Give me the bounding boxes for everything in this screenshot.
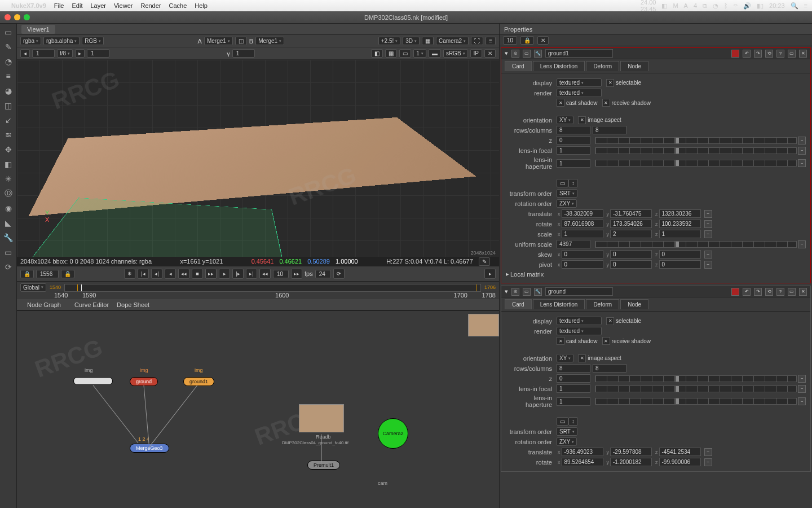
- orient-dd[interactable]: XY: [557, 116, 573, 124]
- fstop-dd[interactable]: f/8: [57, 49, 73, 58]
- node-name-field[interactable]: [545, 49, 613, 58]
- menu-layer[interactable]: Layer: [90, 2, 106, 9]
- anim-icon[interactable]: ~: [704, 448, 712, 456]
- snap-btn[interactable]: ↕: [568, 179, 578, 187]
- z-slider[interactable]: [595, 375, 797, 382]
- menu-help[interactable]: Help: [195, 2, 208, 9]
- import-btn[interactable]: ▭: [557, 417, 568, 426]
- ffwd-btn[interactable]: ▸▸: [291, 269, 302, 279]
- ry[interactable]: -1.2000182: [610, 458, 652, 466]
- node-bowtie[interactable]: [73, 377, 113, 385]
- minimize-button[interactable]: [14, 14, 20, 20]
- tab-nodegraph[interactable]: Node Graph: [21, 300, 67, 309]
- move-icon[interactable]: ✥: [3, 144, 14, 155]
- color-icon[interactable]: ◕: [3, 86, 14, 96]
- rx[interactable]: 87.6016908: [562, 220, 603, 228]
- first-frame-btn[interactable]: |◂: [138, 269, 149, 279]
- color-swatch[interactable]: [731, 50, 739, 58]
- tz[interactable]: -4541.2534: [659, 448, 701, 456]
- color-swatch[interactable]: [731, 288, 739, 296]
- pause-icon[interactable]: ✕: [484, 49, 496, 58]
- spin-field[interactable]: 10: [273, 270, 289, 278]
- aspect-chk[interactable]: image aspect: [578, 116, 621, 124]
- zoom-button[interactable]: [24, 14, 30, 20]
- a-node-dd[interactable]: Merge1: [204, 37, 233, 45]
- z-slider[interactable]: [595, 137, 797, 144]
- next-btn[interactable]: ▸: [75, 49, 85, 58]
- center-icon[interactable]: ⊙: [511, 50, 519, 58]
- node-icon[interactable]: ▭: [523, 288, 531, 296]
- sz[interactable]: 1: [659, 230, 701, 238]
- rx[interactable]: 89.5264654: [562, 458, 603, 466]
- selectable-chk[interactable]: selectable: [606, 317, 641, 325]
- zebra-btn[interactable]: ▦: [385, 49, 397, 58]
- arrow-icon[interactable]: ↙: [3, 115, 14, 125]
- tab-dope-sheet[interactable]: Dope Sheet: [117, 301, 149, 308]
- cube-icon[interactable]: ◧: [3, 159, 14, 169]
- float-icon[interactable]: ▭: [788, 50, 796, 58]
- current-frame[interactable]: 1556: [36, 270, 59, 278]
- lock-props-icon[interactable]: 🔒: [520, 36, 534, 45]
- pen-icon[interactable]: ✎: [3, 42, 14, 52]
- node-read-thumb[interactable]: [299, 404, 344, 432]
- channels-dd[interactable]: rgba: [20, 37, 41, 45]
- prev-btn[interactable]: ◂: [20, 49, 30, 58]
- revert-icon[interactable]: ⟲: [765, 50, 773, 58]
- close-panel-icon[interactable]: ✕: [799, 50, 807, 58]
- snow-icon[interactable]: ❄: [124, 269, 135, 279]
- display-dd[interactable]: textured: [557, 317, 602, 325]
- rorder-dd[interactable]: ZXY: [557, 437, 577, 446]
- tab-lens[interactable]: Lens Distortion: [533, 299, 585, 309]
- adobe-icon[interactable]: ◧: [661, 2, 667, 10]
- folder-icon[interactable]: ▭: [3, 247, 14, 257]
- sx[interactable]: 1: [562, 230, 603, 238]
- anim-icon[interactable]: ~: [798, 375, 806, 383]
- menu-cache[interactable]: Cache: [169, 2, 187, 9]
- focal-fld[interactable]: 1: [557, 146, 590, 155]
- menu-edit[interactable]: Edit: [72, 2, 83, 9]
- wifi-icon[interactable]: ⌔: [734, 2, 738, 9]
- play-back-btn[interactable]: ◂◂: [178, 269, 189, 279]
- local-matrix[interactable]: Local matrix: [510, 271, 544, 278]
- spotlight-icon[interactable]: 🔍: [791, 2, 798, 10]
- eye-icon[interactable]: ◉: [3, 203, 14, 213]
- clear-props-icon[interactable]: ✕: [537, 36, 549, 45]
- z-fld[interactable]: 0: [557, 374, 590, 383]
- float-icon[interactable]: ▭: [788, 288, 796, 296]
- step-back-btn[interactable]: ◂: [165, 269, 176, 279]
- redo-icon[interactable]: ↷: [754, 50, 762, 58]
- node-name-field[interactable]: [545, 287, 613, 296]
- notif-icon[interactable]: ≡: [804, 2, 807, 9]
- revert-icon[interactable]: ⟲: [765, 288, 773, 296]
- fstop-post[interactable]: 1: [87, 49, 109, 58]
- timemachine-icon[interactable]: ◔: [713, 2, 718, 10]
- collapse-icon[interactable]: ▾: [505, 50, 508, 57]
- b-node-dd[interactable]: Merge1: [255, 37, 284, 45]
- cols-fld[interactable]: 8: [593, 126, 626, 134]
- wipe-btn[interactable]: ◫: [235, 37, 247, 45]
- hap-slider[interactable]: [595, 398, 797, 405]
- lock-frame-icon[interactable]: 🔒: [20, 270, 34, 278]
- scale-dd[interactable]: +2.5!: [378, 37, 401, 45]
- rz[interactable]: -99.900006: [659, 458, 701, 466]
- node-thumb-small[interactable]: [468, 314, 499, 336]
- display-dd[interactable]: textured: [557, 78, 602, 87]
- pz[interactable]: 0: [659, 260, 701, 269]
- app-name[interactable]: NukeX7.0v9: [11, 2, 46, 9]
- start-marker[interactable]: [77, 284, 78, 291]
- nodegraph-canvas[interactable]: RRCG RRCG img img img ground ground1 1 2…: [17, 310, 499, 508]
- spark-icon[interactable]: ✳: [3, 174, 14, 184]
- anim-icon[interactable]: ~: [704, 261, 712, 269]
- close-button[interactable]: [5, 14, 11, 20]
- gamma-val[interactable]: 1: [413, 49, 426, 58]
- snap-btn[interactable]: ↕: [568, 417, 578, 426]
- skx[interactable]: 0: [562, 250, 603, 259]
- prev-key-btn[interactable]: ◂|: [151, 269, 162, 279]
- clock[interactable]: 20:23: [769, 2, 785, 9]
- rz[interactable]: 100.233592: [659, 220, 701, 228]
- render-dd[interactable]: textured: [557, 89, 602, 97]
- ry[interactable]: 173.354026: [610, 220, 652, 228]
- undo-icon[interactable]: ↶: [743, 50, 751, 58]
- list-icon[interactable]: ≡: [3, 71, 14, 81]
- roi-btn[interactable]: ▭: [399, 49, 411, 58]
